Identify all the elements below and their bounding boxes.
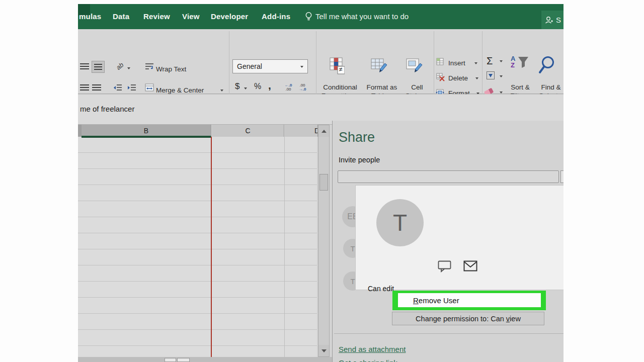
decrease-indent-icon[interactable] [113,84,122,94]
remove-user-label: emove User [419,296,459,305]
insert-caret-icon[interactable] [474,62,477,64]
increase-decimal-button[interactable]: ←.0.00 [282,83,295,92]
tab-view[interactable]: View [182,4,200,29]
hscroll-button[interactable] [165,358,176,362]
column-header-c[interactable]: C [212,125,284,137]
invite-people-label: Invite people [339,156,380,164]
tab-formulas-partial[interactable]: mulas [79,4,101,29]
orientation-icon[interactable]: ab [115,61,125,71]
scroll-up-arrow[interactable] [318,125,329,137]
pane-divider [334,333,564,334]
get-sharing-link[interactable]: Get a sharing link [339,358,397,362]
merge-center-icon [145,83,154,94]
column-header-b[interactable]: B [82,125,211,137]
chat-icon[interactable] [438,260,451,275]
orientation-caret-icon[interactable] [127,67,130,69]
autosum-button[interactable]: Σ [487,55,493,67]
share-button-label: S [556,16,561,24]
conditional-formatting-icon: ≠ [330,57,345,76]
align-middle-icon-active[interactable] [92,61,105,73]
remove-user-accelerator: R [413,296,419,305]
percent-style-button[interactable]: % [254,82,261,91]
delete-cells-icon [436,73,445,83]
fill-icon[interactable] [487,71,495,79]
delete-button[interactable]: Delete [448,74,468,82]
tab-data[interactable]: Data [113,4,129,29]
sheet-bottom-strip [78,357,332,362]
currency-button[interactable]: $ [235,81,239,92]
insert-cells-icon [436,58,444,68]
row-header-sliver [78,125,82,137]
tab-add-ins[interactable]: Add-ins [262,4,290,29]
sort-filter-icon: AZ [511,55,515,68]
ribbon: ab Wrap Text Merge & Center Alignment ↘ [78,29,564,94]
person-add-icon [544,16,553,25]
contact-card-avatar: T [376,199,424,246]
grid-lines [78,137,317,357]
menu-bar: mulas Data Review View Developer Add-ins… [78,4,564,29]
comma-style-button[interactable]: , [268,79,271,92]
currency-caret-icon[interactable] [244,87,247,89]
change-permission-menu-item[interactable]: Change permission to: Can view [392,312,544,325]
scroll-down-arrow[interactable] [318,345,329,356]
align-right-icon[interactable] [92,84,101,91]
change-permission-label-rest: iew [510,315,521,323]
share-pane-title: Share [339,130,375,145]
format-as-table-icon [371,58,388,75]
selection-top-border [82,137,211,138]
tell-me-box[interactable]: Tell me what you want to do [315,4,409,29]
find-select-icon [538,55,556,77]
invite-people-input[interactable] [338,170,559,183]
column-header-d[interactable]: D [285,125,318,137]
spreadsheet: B C D [78,125,332,362]
hscroll-button[interactable] [177,358,190,362]
cell-styles-icon [406,58,423,75]
lightbulb-icon [305,12,312,24]
email-icon[interactable] [463,260,477,274]
clear-caret-icon[interactable] [500,92,503,94]
merge-center-button[interactable]: Merge & Center [156,86,204,94]
not-equal-glyph: ≠ [339,66,343,73]
share-button[interactable]: S [541,11,564,29]
scrollbar-thumb[interactable] [319,174,328,191]
number-format-value: General [237,62,262,70]
wrap-text-icon [145,62,154,72]
increase-indent-icon[interactable] [127,84,136,94]
filter-funnel-icon [518,56,529,70]
tab-developer[interactable]: Developer [211,4,248,29]
delete-caret-icon[interactable] [475,77,478,79]
change-permission-label: Change permission to: Can [416,315,506,323]
formula-bar[interactable]: me of freelancer [78,94,564,125]
insert-button[interactable]: Insert [448,59,465,67]
decrease-decimal-button[interactable]: .00→.0 [296,83,309,92]
tab-review[interactable]: Review [143,4,170,29]
contact-card: T [355,185,564,290]
merge-center-caret-icon[interactable] [220,89,223,92]
number-format-caret-icon [300,66,303,68]
remove-user-menu-item[interactable]: Remove User [398,293,541,307]
sort-filter-button[interactable]: Sort & [505,83,536,91]
excel-window: mulas Data Review View Developer Add-ins… [78,4,564,362]
screenshot-stage: mulas Data Review View Developer Add-ins… [0,0,644,362]
align-top-icon[interactable] [80,63,89,70]
column-header-d-letter: D [314,125,318,137]
number-format-dropdown[interactable]: General [232,59,308,73]
annotation-highlight-box: Remove User [392,291,546,310]
formula-bar-value: me of freelancer [80,105,134,113]
align-left-icon[interactable] [80,84,89,91]
permission-label: Can edit [368,285,394,293]
autosum-caret-icon[interactable] [500,60,503,62]
address-book-button[interactable] [560,170,564,183]
wrap-text-button[interactable]: Wrap Text [156,65,186,73]
format-as-table-button[interactable]: Format as [362,83,402,91]
send-as-attachment-link[interactable]: Send as attachment [339,345,406,353]
conditional-formatting-button[interactable]: Conditional [318,83,362,91]
gridline-c-d [284,137,285,357]
share-pane: Share Invite people EB T T T Can edit [332,121,564,362]
find-select-button[interactable]: Find & [537,83,564,91]
page-break-line [211,137,212,357]
fill-caret-icon[interactable] [500,75,503,77]
vertical-scrollbar[interactable] [318,125,330,357]
cell-styles-button[interactable]: Cell [403,83,431,91]
